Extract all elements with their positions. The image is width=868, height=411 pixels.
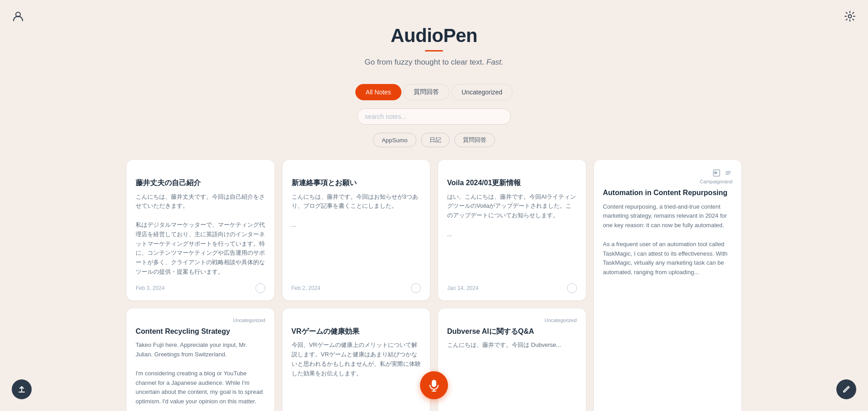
filter-diary[interactable]: 日記 [421, 133, 450, 147]
note-body-6: 今回、VRゲームの健康上のメリットについて解説します。VRゲームと健康はあまり結… [292, 341, 421, 406]
svg-rect-3 [714, 172, 717, 174]
svg-rect-7 [432, 380, 436, 387]
tab-qa[interactable]: 質問回答 [403, 84, 449, 100]
note-badge-4: Campaignrand [603, 179, 733, 186]
note-footer-1: Feb 3, 2024 [136, 283, 265, 293]
note-body-3: はい、こんにちは、藤井です。今回AIライティングツールのVoilaがアップデート… [447, 192, 577, 277]
note-body-4: Content repurposing, a tried-and-true co… [603, 202, 733, 406]
note-title-4: Automation in Content Repurposing [603, 188, 733, 198]
note-date-3: Jan 14, 2024 [447, 285, 478, 291]
note-body-2: こんにちは、藤井です。今回はお知らせが3つあり、ブログ記事を書くことにしました。… [292, 192, 421, 277]
note-body-1: こんにちは、藤井丈夫です。今回は自己紹介をさせていただきます。私はデジタルマーケ… [136, 192, 265, 277]
note-card-4[interactable]: Campaignrand Automation in Content Repur… [594, 160, 742, 411]
note-badge-3 [447, 169, 577, 176]
note-title-7: Dubverse AIに関するQ&A [447, 327, 577, 336]
note-badge-5: Uncategorized [136, 318, 265, 325]
header: AudioPen Go from fuzzy thought to clear … [0, 0, 868, 71]
note-top-icons-4 [712, 169, 732, 177]
app-title: AudioPen [0, 25, 868, 47]
title-underline [425, 50, 443, 51]
note-date-2: Feb 2, 2024 [292, 285, 321, 291]
note-badge-2 [292, 169, 421, 176]
note-card-2[interactable]: 新連絡事項とお願い こんにちは、藤井です。今回はお知らせが3つあり、ブログ記事を… [283, 160, 430, 300]
search-container [0, 108, 868, 125]
svg-point-1 [849, 15, 852, 18]
user-icon[interactable] [10, 8, 26, 24]
note-title-1: 藤井丈夫の自己紹介 [136, 178, 265, 188]
note-select-2[interactable] [411, 283, 421, 293]
subtitle-italic: Fast. [486, 58, 504, 66]
upload-button[interactable] [12, 379, 32, 399]
search-input[interactable] [357, 108, 511, 125]
note-card-5[interactable]: Uncategorized Content Recycling Strategy… [127, 308, 274, 411]
filter-qa[interactable]: 質問回答 [454, 133, 495, 147]
note-badge-6 [292, 318, 421, 325]
note-title-6: VRゲームの健康効果 [292, 327, 421, 336]
note-title-5: Content Recycling Strategy [136, 327, 265, 336]
note-select-1[interactable] [255, 283, 265, 293]
note-footer-3: Jan 14, 2024 [447, 283, 577, 293]
filter-appsumo[interactable]: AppSumo [373, 133, 416, 147]
note-select-3[interactable] [567, 283, 577, 293]
note-badge-7: Uncategorized [447, 318, 577, 325]
edit-button[interactable] [836, 379, 856, 399]
note-footer-2: Feb 2, 2024 [292, 283, 421, 293]
note-card-1[interactable]: 藤井丈夫の自己紹介 こんにちは、藤井丈夫です。今回は自己紹介をさせていただきます… [127, 160, 274, 300]
note-badge-1 [136, 169, 265, 176]
note-title-2: 新連絡事項とお願い [292, 178, 421, 188]
note-card-7[interactable]: Uncategorized Dubverse AIに関するQ&A こんにちは、藤… [438, 308, 586, 411]
tab-bar: All Notes 質問回答 Uncategorized [0, 84, 868, 100]
tab-all-notes[interactable]: All Notes [355, 84, 401, 100]
note-date-1: Feb 3, 2024 [136, 285, 165, 291]
note-body-7: こんにちは、藤井です。今回は Dubverse... [447, 341, 577, 411]
filter-tags: AppSumo 日記 質問回答 [0, 133, 868, 147]
note-body-5: Takeo Fujii here. Appreciate your input,… [136, 341, 265, 406]
note-card-3[interactable]: Voila 2024/01更新情報 はい、こんにちは、藤井です。今回AIライティ… [438, 160, 586, 300]
tab-uncategorized[interactable]: Uncategorized [451, 84, 513, 100]
subtitle-plain: Go from fuzzy thought to clear text. [364, 58, 484, 66]
note-card-6[interactable]: VRゲームの健康効果 今回、VRゲームの健康上のメリットについて解説します。VR… [283, 308, 430, 411]
note-title-3: Voila 2024/01更新情報 [447, 178, 577, 188]
mic-button[interactable] [420, 371, 448, 399]
settings-icon[interactable] [842, 8, 858, 24]
app-subtitle: Go from fuzzy thought to clear text. Fas… [0, 58, 868, 67]
